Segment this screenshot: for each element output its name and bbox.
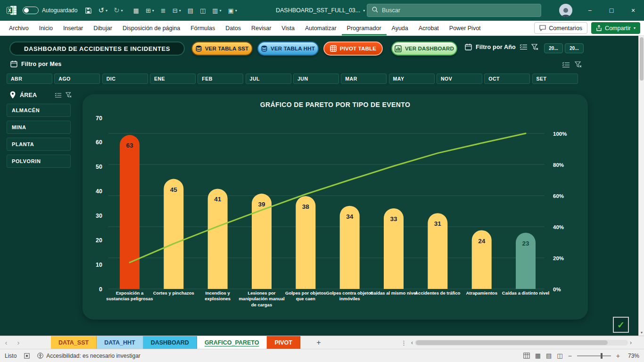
menu-tab-inicio[interactable]: Inicio xyxy=(34,21,58,35)
clear-filter-icon[interactable] xyxy=(531,44,538,50)
qat-icon-3[interactable]: ⊟▾ xyxy=(170,7,184,14)
zoom-in-button[interactable]: + xyxy=(616,352,620,360)
clear-filter-icon[interactable] xyxy=(575,61,582,68)
area-button-planta[interactable]: PLANTA xyxy=(7,138,71,151)
menu-tab-datos[interactable]: Datos xyxy=(220,21,246,35)
sheet-nav-left-icon[interactable]: ‹ xyxy=(0,336,12,349)
month-button-feb[interactable]: FEB xyxy=(198,74,243,84)
undo-icon[interactable]: ↺▾ xyxy=(98,6,107,15)
month-button-dic[interactable]: DIC xyxy=(102,74,148,84)
add-sheet-button[interactable]: + xyxy=(311,336,327,349)
menu-tab-power-pivot[interactable]: Power Pivot xyxy=(444,21,486,35)
menu-tab-disposicion-de-pagina[interactable]: Disposición de página xyxy=(117,21,185,35)
macro-record-icon[interactable] xyxy=(24,353,30,359)
svg-text:100%: 100% xyxy=(553,131,567,137)
document-title[interactable]: DASHBOARD_SST_FULL_03...▾ xyxy=(276,0,365,21)
month-button-abr[interactable]: ABR xyxy=(7,74,52,84)
hscroll-thumb[interactable] xyxy=(416,340,608,345)
comments-button[interactable]: Comentarios xyxy=(534,22,587,34)
maximize-button[interactable]: □ xyxy=(601,0,622,21)
multiselect-icon[interactable] xyxy=(55,92,62,98)
excel-app-icon[interactable]: X xyxy=(7,6,17,15)
hscroll-right-icon[interactable]: › xyxy=(630,339,632,346)
zoom-percent[interactable]: 73% xyxy=(625,353,639,359)
zoom-slider-thumb[interactable] xyxy=(601,353,603,359)
month-button-oct[interactable]: OCT xyxy=(484,74,530,84)
search-input[interactable] xyxy=(382,7,536,14)
month-button-jul[interactable]: JUL xyxy=(246,74,291,84)
menu-tab-archivo[interactable]: Archivo xyxy=(4,21,34,35)
view-page-layout-icon[interactable]: ▤ xyxy=(546,352,552,359)
qat-icon-5[interactable]: ◫ xyxy=(197,7,208,14)
vertical-scrollbar-thumb[interactable] xyxy=(640,37,644,81)
sheet-menu-dots-icon[interactable]: ⋮ xyxy=(401,336,407,349)
sheet-tab-grafico-pareto[interactable]: GRAFICO_PARETO xyxy=(197,336,267,349)
menu-tab-revisar[interactable]: Revisar xyxy=(246,21,276,35)
multiselect-icon[interactable] xyxy=(520,44,528,50)
qat-icon-7[interactable]: ▣▾ xyxy=(225,7,240,14)
qat-icon-2[interactable]: ≣ xyxy=(158,7,169,14)
share-button[interactable]: Compartir ▾ xyxy=(591,22,640,34)
sheet-nav-right-icon[interactable]: › xyxy=(12,336,25,349)
accessibility-status[interactable]: Accesibilidad: es necesario investigar xyxy=(37,353,140,359)
minimize-button[interactable]: − xyxy=(579,0,601,21)
menu-tab-ayuda[interactable]: Ayuda xyxy=(387,21,413,35)
month-button-ago[interactable]: AGO xyxy=(54,74,100,84)
zoom-out-button[interactable]: − xyxy=(568,352,572,360)
month-button-jun[interactable]: JUN xyxy=(293,74,339,84)
menu-tab-automatizar[interactable]: Automatizar xyxy=(300,21,342,35)
menu-tab-programador[interactable]: Programador xyxy=(342,21,387,35)
sheet-tab-data-sst[interactable]: DATA_SST xyxy=(51,336,97,349)
database-icon xyxy=(261,45,267,52)
save-icon[interactable] xyxy=(85,7,92,14)
redo-icon[interactable]: ↻▾ xyxy=(114,6,123,15)
area-button-almacen[interactable]: ALMACÉN xyxy=(7,104,71,117)
month-button-mar[interactable]: MAR xyxy=(341,74,387,84)
titlebar: X Autoguardado ↺▾ ↻▾ ▦⊞▾≣⊟▾▤◫▥▾▣▾ DASHBO… xyxy=(0,0,644,21)
multiselect-icon[interactable] xyxy=(562,61,570,68)
menubar-right: Comentarios Compartir ▾ xyxy=(534,22,640,34)
sheet-tab-pivot[interactable]: PIVOT xyxy=(267,336,300,349)
hscroll-track[interactable] xyxy=(415,340,628,346)
category-label: Atrapamientos xyxy=(457,290,506,296)
vertical-scrollbar[interactable]: ▾ xyxy=(638,36,644,336)
menu-tab-vista[interactable]: Vista xyxy=(276,21,300,35)
qat-icon-1[interactable]: ⊞▾ xyxy=(143,7,157,14)
qat-icon-0[interactable]: ▦ xyxy=(131,7,142,14)
area-button-polvorin[interactable]: POLVORIN xyxy=(7,155,71,168)
ver-dashboard-button[interactable]: VER DASHBOARD xyxy=(391,41,457,56)
area-filter-label: ÁREA xyxy=(20,92,37,99)
search-box[interactable] xyxy=(367,4,541,17)
avatar[interactable] xyxy=(559,4,572,17)
menu-tab-dibujar[interactable]: Dibujar xyxy=(88,21,117,35)
month-button-set[interactable]: SET xyxy=(532,74,578,84)
horizontal-scrollbar[interactable]: ‹ › xyxy=(411,339,632,346)
qat-icon-4[interactable]: ▤ xyxy=(185,7,196,14)
month-button-nov[interactable]: NOV xyxy=(437,74,482,84)
view-normal-icon[interactable]: ▦ xyxy=(535,352,541,359)
view-page-break-icon[interactable]: ◫ xyxy=(557,352,562,359)
sheet-grid-icon[interactable] xyxy=(523,353,530,359)
qat-icon-6[interactable]: ▥▾ xyxy=(209,7,224,14)
autosave-toggle[interactable] xyxy=(23,7,39,14)
menu-tab-formulas[interactable]: Fórmulas xyxy=(185,21,220,35)
month-button-ene[interactable]: ENE xyxy=(150,74,196,84)
menu-tab-acrobat[interactable]: Acrobat xyxy=(413,21,444,35)
hscroll-left-icon[interactable]: ‹ xyxy=(411,339,413,346)
clear-filter-icon[interactable] xyxy=(66,92,72,98)
year-button-0[interactable]: 20... xyxy=(544,43,563,53)
scroll-down-icon[interactable]: ▾ xyxy=(639,330,644,335)
sheet-tab-dashboard[interactable]: DASHBOARD xyxy=(143,336,197,349)
zoom-slider[interactable] xyxy=(577,355,611,356)
menu-tab-insertar[interactable]: Insertar xyxy=(58,21,88,35)
area-button-mina[interactable]: MINA xyxy=(7,121,71,134)
sheet-tab-data-hht[interactable]: DATA_HHT xyxy=(97,336,143,349)
checkbox-cell[interactable]: ✓ xyxy=(613,317,629,333)
pareto-chart[interactable]: 0102030405060700%20%40%60%80%100%6345413… xyxy=(83,112,588,291)
pivot-table-button[interactable]: PIVOT TABLE xyxy=(323,41,383,56)
close-button[interactable]: × xyxy=(622,0,644,21)
ver-tabla-sst-button[interactable]: VER TABLA SST xyxy=(191,41,253,56)
month-button-may[interactable]: MAY xyxy=(389,74,435,84)
ver-tabla-hht-button[interactable]: VER TABLA HHT xyxy=(257,41,319,56)
year-button-1[interactable]: 20... xyxy=(565,43,584,53)
